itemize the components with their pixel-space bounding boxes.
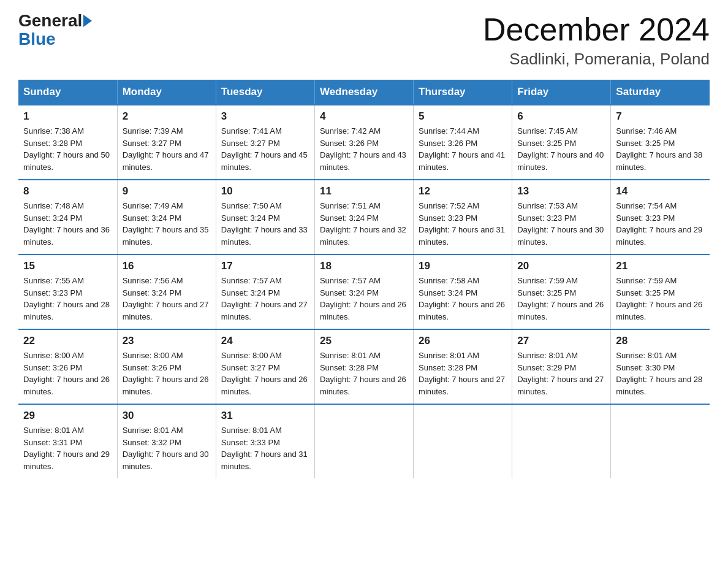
- day-cell: 20Sunrise: 7:59 AMSunset: 3:25 PMDayligh…: [512, 255, 611, 329]
- day-info: Sunrise: 8:00 AMSunset: 3:27 PMDaylight:…: [221, 350, 309, 397]
- day-cell: 27Sunrise: 8:01 AMSunset: 3:29 PMDayligh…: [512, 329, 611, 404]
- day-number: 8: [23, 185, 112, 197]
- header-cell-monday: Monday: [117, 80, 216, 105]
- day-info: Sunrise: 8:00 AMSunset: 3:26 PMDaylight:…: [23, 350, 112, 397]
- title-block: December 2024 Sadlinki, Pomerania, Polan…: [483, 12, 710, 69]
- month-title: December 2024: [483, 12, 710, 47]
- day-number: 22: [23, 335, 112, 347]
- day-info: Sunrise: 7:59 AMSunset: 3:25 PMDaylight:…: [616, 275, 705, 323]
- day-number: 5: [419, 110, 507, 123]
- day-cell: [414, 404, 512, 478]
- day-info: Sunrise: 7:55 AMSunset: 3:23 PMDaylight:…: [23, 275, 112, 323]
- day-number: 24: [221, 335, 309, 347]
- day-info: Sunrise: 7:51 AMSunset: 3:24 PMDaylight:…: [320, 200, 408, 248]
- header-cell-saturday: Saturday: [611, 80, 710, 105]
- day-number: 19: [419, 260, 507, 272]
- day-info: Sunrise: 7:41 AMSunset: 3:27 PMDaylight:…: [221, 125, 309, 173]
- day-cell: 13Sunrise: 7:53 AMSunset: 3:23 PMDayligh…: [512, 180, 611, 255]
- day-cell: 28Sunrise: 8:01 AMSunset: 3:30 PMDayligh…: [611, 329, 710, 404]
- week-row-2: 8Sunrise: 7:48 AMSunset: 3:24 PMDaylight…: [18, 180, 710, 255]
- logo-blue-text: Blue: [18, 29, 56, 48]
- day-cell: [314, 404, 413, 478]
- day-cell: 7Sunrise: 7:46 AMSunset: 3:25 PMDaylight…: [611, 105, 710, 180]
- day-number: 25: [320, 335, 408, 347]
- day-cell: 31Sunrise: 8:01 AMSunset: 3:33 PMDayligh…: [216, 404, 314, 478]
- day-info: Sunrise: 8:00 AMSunset: 3:26 PMDaylight:…: [123, 350, 211, 397]
- header-cell-sunday: Sunday: [18, 80, 117, 105]
- day-cell: 29Sunrise: 8:01 AMSunset: 3:31 PMDayligh…: [18, 404, 117, 478]
- day-cell: 1Sunrise: 7:38 AMSunset: 3:28 PMDaylight…: [18, 105, 117, 180]
- day-cell: 24Sunrise: 8:00 AMSunset: 3:27 PMDayligh…: [216, 329, 314, 404]
- day-cell: 3Sunrise: 7:41 AMSunset: 3:27 PMDaylight…: [216, 105, 314, 180]
- week-row-4: 22Sunrise: 8:00 AMSunset: 3:26 PMDayligh…: [18, 329, 710, 404]
- day-number: 15: [23, 260, 112, 272]
- day-cell: 18Sunrise: 7:57 AMSunset: 3:24 PMDayligh…: [314, 255, 413, 329]
- calendar-body: 1Sunrise: 7:38 AMSunset: 3:28 PMDaylight…: [18, 105, 710, 478]
- day-number: 20: [517, 260, 605, 272]
- day-number: 6: [517, 110, 605, 123]
- day-number: 28: [616, 335, 705, 347]
- logo-general-text: General: [18, 12, 82, 29]
- day-number: 27: [517, 335, 605, 347]
- day-number: 18: [320, 260, 408, 272]
- calendar-table: SundayMondayTuesdayWednesdayThursdayFrid…: [18, 80, 710, 478]
- day-number: 23: [123, 335, 211, 347]
- day-info: Sunrise: 8:01 AMSunset: 3:28 PMDaylight:…: [419, 350, 507, 397]
- week-row-3: 15Sunrise: 7:55 AMSunset: 3:23 PMDayligh…: [18, 255, 710, 329]
- calendar-header: SundayMondayTuesdayWednesdayThursdayFrid…: [18, 80, 710, 105]
- header-row: SundayMondayTuesdayWednesdayThursdayFrid…: [18, 80, 710, 105]
- day-cell: 21Sunrise: 7:59 AMSunset: 3:25 PMDayligh…: [611, 255, 710, 329]
- day-number: 21: [616, 260, 705, 272]
- day-number: 14: [616, 185, 705, 197]
- day-info: Sunrise: 7:52 AMSunset: 3:23 PMDaylight:…: [419, 200, 507, 248]
- day-number: 2: [123, 110, 211, 123]
- day-info: Sunrise: 7:38 AMSunset: 3:28 PMDaylight:…: [23, 125, 112, 173]
- day-number: 13: [517, 185, 605, 197]
- day-info: Sunrise: 7:45 AMSunset: 3:25 PMDaylight:…: [517, 125, 605, 173]
- day-number: 17: [221, 260, 309, 272]
- day-number: 16: [123, 260, 211, 272]
- day-info: Sunrise: 7:59 AMSunset: 3:25 PMDaylight:…: [517, 275, 605, 323]
- day-number: 3: [221, 110, 309, 123]
- day-number: 9: [123, 185, 211, 197]
- day-cell: 2Sunrise: 7:39 AMSunset: 3:27 PMDaylight…: [117, 105, 216, 180]
- day-info: Sunrise: 7:58 AMSunset: 3:24 PMDaylight:…: [419, 275, 507, 323]
- day-cell: 10Sunrise: 7:50 AMSunset: 3:24 PMDayligh…: [216, 180, 314, 255]
- logo: General Blue: [18, 12, 93, 49]
- day-cell: [512, 404, 611, 478]
- day-cell: 14Sunrise: 7:54 AMSunset: 3:23 PMDayligh…: [611, 180, 710, 255]
- day-info: Sunrise: 7:57 AMSunset: 3:24 PMDaylight:…: [320, 275, 408, 323]
- day-cell: 19Sunrise: 7:58 AMSunset: 3:24 PMDayligh…: [414, 255, 512, 329]
- day-info: Sunrise: 7:42 AMSunset: 3:26 PMDaylight:…: [320, 125, 408, 173]
- header-cell-friday: Friday: [512, 80, 611, 105]
- day-info: Sunrise: 8:01 AMSunset: 3:29 PMDaylight:…: [517, 350, 605, 397]
- day-number: 7: [616, 110, 705, 123]
- location-title: Sadlinki, Pomerania, Poland: [483, 50, 710, 69]
- day-cell: 5Sunrise: 7:44 AMSunset: 3:26 PMDaylight…: [414, 105, 512, 180]
- day-info: Sunrise: 7:50 AMSunset: 3:24 PMDaylight:…: [221, 200, 309, 248]
- day-cell: 16Sunrise: 7:56 AMSunset: 3:24 PMDayligh…: [117, 255, 216, 329]
- day-cell: 22Sunrise: 8:00 AMSunset: 3:26 PMDayligh…: [18, 329, 117, 404]
- day-number: 1: [23, 110, 112, 123]
- day-info: Sunrise: 8:01 AMSunset: 3:28 PMDaylight:…: [320, 350, 408, 397]
- day-cell: 17Sunrise: 7:57 AMSunset: 3:24 PMDayligh…: [216, 255, 314, 329]
- day-number: 29: [23, 410, 112, 422]
- day-info: Sunrise: 7:44 AMSunset: 3:26 PMDaylight:…: [419, 125, 507, 173]
- day-info: Sunrise: 7:54 AMSunset: 3:23 PMDaylight:…: [616, 200, 705, 248]
- day-cell: 26Sunrise: 8:01 AMSunset: 3:28 PMDayligh…: [414, 329, 512, 404]
- day-number: 30: [123, 410, 211, 422]
- day-info: Sunrise: 7:48 AMSunset: 3:24 PMDaylight:…: [23, 200, 112, 248]
- day-cell: 11Sunrise: 7:51 AMSunset: 3:24 PMDayligh…: [314, 180, 413, 255]
- day-info: Sunrise: 7:46 AMSunset: 3:25 PMDaylight:…: [616, 125, 705, 173]
- day-info: Sunrise: 8:01 AMSunset: 3:30 PMDaylight:…: [616, 350, 705, 397]
- day-cell: 9Sunrise: 7:49 AMSunset: 3:24 PMDaylight…: [117, 180, 216, 255]
- day-cell: 15Sunrise: 7:55 AMSunset: 3:23 PMDayligh…: [18, 255, 117, 329]
- day-number: 26: [419, 335, 507, 347]
- day-cell: 6Sunrise: 7:45 AMSunset: 3:25 PMDaylight…: [512, 105, 611, 180]
- header-cell-thursday: Thursday: [414, 80, 512, 105]
- day-info: Sunrise: 8:01 AMSunset: 3:31 PMDaylight:…: [23, 424, 112, 472]
- page-header: General Blue December 2024 Sadlinki, Pom…: [18, 12, 710, 69]
- week-row-1: 1Sunrise: 7:38 AMSunset: 3:28 PMDaylight…: [18, 105, 710, 180]
- day-number: 12: [419, 185, 507, 197]
- day-cell: [611, 404, 710, 478]
